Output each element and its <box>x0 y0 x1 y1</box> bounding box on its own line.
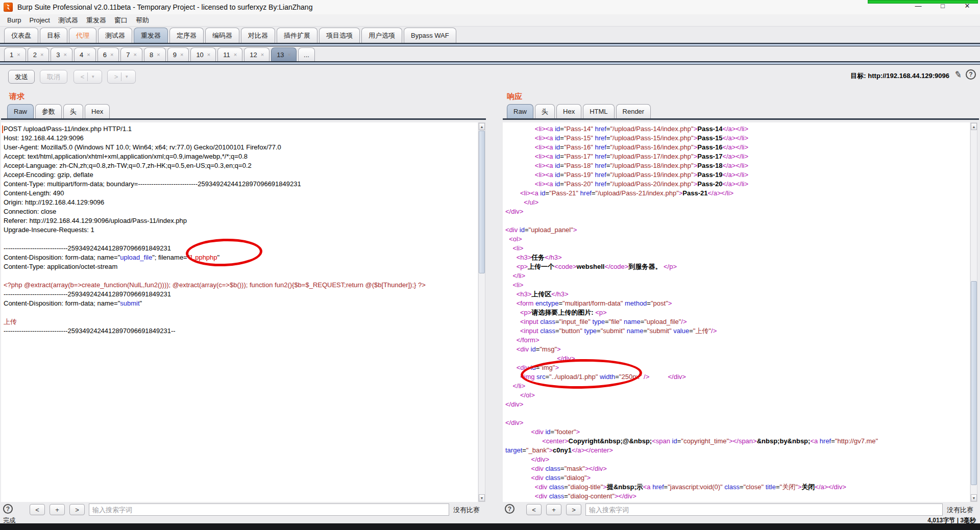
tab-Hex[interactable]: Hex <box>556 104 581 118</box>
tab-HTML[interactable]: HTML <box>583 104 614 118</box>
request-search-input[interactable] <box>89 503 449 516</box>
tab-4[interactable]: 4× <box>74 47 96 61</box>
prev-request-button[interactable]: < ▼ <box>74 70 102 84</box>
tab-对比器[interactable]: 对比器 <box>241 28 275 43</box>
cancel-button[interactable]: 取消 <box>40 70 67 84</box>
help-icon[interactable]: ? <box>505 504 514 514</box>
tab-11[interactable]: 11× <box>217 47 242 61</box>
burp-window: Burp Suite Professional v2.0.11beta - Te… <box>0 0 980 530</box>
response-search-bar: ? < + > 没有比赛 <box>503 503 979 516</box>
tab-close-icon[interactable]: × <box>180 52 183 58</box>
response-scrollbar[interactable]: ▲ ▼ <box>970 122 977 502</box>
maximize-button[interactable]: □ <box>937 2 948 10</box>
tab-13[interactable]: 13× <box>271 47 297 61</box>
tab-Raw[interactable]: Raw <box>507 104 533 118</box>
response-search-input[interactable] <box>585 503 943 516</box>
code-line <box>505 216 970 225</box>
search-prev-button[interactable]: < <box>30 504 45 515</box>
tab-label: 7 <box>126 51 130 59</box>
help-icon[interactable]: ? <box>966 69 976 80</box>
close-button[interactable]: ✕ <box>962 2 973 10</box>
tab-定序器[interactable]: 定序器 <box>169 28 204 43</box>
menu-item-Burp[interactable]: Burp <box>3 16 25 24</box>
tab-项目选项[interactable]: 项目选项 <box>319 28 360 43</box>
tab-close-icon[interactable]: × <box>234 52 237 58</box>
tab-参数[interactable]: 参数 <box>35 104 62 118</box>
help-icon[interactable]: ? <box>3 504 13 514</box>
search-result-label: 没有比赛 <box>453 506 480 515</box>
tab-2[interactable]: 2× <box>28 47 50 61</box>
search-prev-button[interactable]: < <box>526 504 542 515</box>
menu-item-帮助[interactable]: 帮助 <box>132 16 153 25</box>
chevron-down-icon[interactable]: ▼ <box>91 74 95 79</box>
tab-用户选项[interactable]: 用户选项 <box>361 28 402 43</box>
code-line: </div> <box>505 418 970 427</box>
tab-...[interactable]: ... <box>298 47 315 61</box>
scrollbar-thumb[interactable] <box>971 281 977 485</box>
scroll-up-button[interactable]: ▲ <box>479 123 485 130</box>
tab-close-icon[interactable]: × <box>64 52 67 58</box>
code-line: target="_bank">c0ny1</a></center> <box>505 446 970 455</box>
tab-close-icon[interactable]: × <box>87 52 90 58</box>
tab-label: 3 <box>56 51 60 59</box>
search-options-button[interactable]: + <box>546 504 561 515</box>
scrollbar-thumb[interactable] <box>479 131 485 273</box>
tab-Render[interactable]: Render <box>616 104 651 118</box>
tab-Raw[interactable]: Raw <box>7 104 34 118</box>
tab-close-icon[interactable]: × <box>134 52 137 58</box>
tab-1[interactable]: 1× <box>4 47 26 61</box>
request-editor[interactable]: POST /upload/Pass-11/index.php HTTP/1.1H… <box>1 122 478 502</box>
code-line: <li><a id="Pass-16" href="/upload/Pass-1… <box>505 143 970 152</box>
send-button[interactable]: 发送 <box>8 70 35 84</box>
menu-item-窗口[interactable]: 窗口 <box>110 16 132 25</box>
tab-label: 用户选项 <box>369 31 395 40</box>
search-options-button[interactable]: + <box>50 504 65 515</box>
tab-重发器[interactable]: 重发器 <box>134 28 168 43</box>
scroll-up-button[interactable]: ▲ <box>971 123 977 130</box>
scroll-down-button[interactable]: ▼ <box>479 494 485 501</box>
tab-仪表盘[interactable]: 仪表盘 <box>4 28 38 43</box>
tab-close-icon[interactable]: × <box>110 52 113 58</box>
tab-编码器[interactable]: 编码器 <box>205 28 239 43</box>
menu-item-Project[interactable]: Project <box>25 16 54 24</box>
tab-12[interactable]: 12× <box>244 47 270 61</box>
request-scrollbar[interactable]: ▲ ▼ <box>478 122 485 502</box>
tab-代理[interactable]: 代理 <box>69 28 96 43</box>
response-viewer[interactable]: <li><a id="Pass-14" href="/upload/Pass-1… <box>503 122 970 502</box>
code-line: <li><a id="Pass-14" href="/upload/Pass-1… <box>505 124 970 134</box>
tab-测试器[interactable]: 测试器 <box>98 28 132 43</box>
tab-Bypass WAF[interactable]: Bypass WAF <box>404 28 456 43</box>
tab-close-icon[interactable]: × <box>17 52 20 58</box>
tab-close-icon[interactable]: × <box>261 52 264 58</box>
tab-Hex[interactable]: Hex <box>85 104 110 118</box>
tab-7[interactable]: 7× <box>120 47 142 61</box>
tab-close-icon[interactable]: × <box>157 52 160 58</box>
tab-头[interactable]: 头 <box>63 104 83 118</box>
tab-close-icon[interactable]: × <box>207 52 210 58</box>
tab-头[interactable]: 头 <box>535 104 555 118</box>
code-line: </div> <box>505 207 970 216</box>
chevron-down-icon[interactable]: ▼ <box>125 74 129 79</box>
tab-8[interactable]: 8× <box>144 47 166 61</box>
code-line: <ol> <box>505 235 970 244</box>
scroll-down-button[interactable]: ▼ <box>971 494 977 501</box>
tab-9[interactable]: 9× <box>167 47 189 61</box>
tab-插件扩展[interactable]: 插件扩展 <box>277 28 317 43</box>
tab-close-icon[interactable]: × <box>40 52 43 58</box>
code-line: <li><a id="Pass-18" href="/upload/Pass-1… <box>505 161 970 170</box>
search-next-button[interactable]: > <box>566 504 581 515</box>
code-line <box>4 308 478 317</box>
menu-item-测试器[interactable]: 测试器 <box>54 16 82 25</box>
tab-label: 11 <box>223 51 230 59</box>
search-next-button[interactable]: > <box>69 504 85 515</box>
tab-10[interactable]: 10× <box>190 47 216 61</box>
edit-target-icon[interactable]: ✎ <box>953 69 963 81</box>
minimize-button[interactable]: — <box>913 2 924 10</box>
tab-6[interactable]: 6× <box>97 47 119 61</box>
tab-3[interactable]: 3× <box>51 47 72 61</box>
tab-目标[interactable]: 目标 <box>40 28 67 43</box>
menu-item-重发器[interactable]: 重发器 <box>82 16 110 25</box>
code-line: </form> <box>505 336 970 345</box>
tab-close-icon[interactable]: × <box>288 52 291 58</box>
next-request-button[interactable]: > ▼ <box>107 70 136 84</box>
